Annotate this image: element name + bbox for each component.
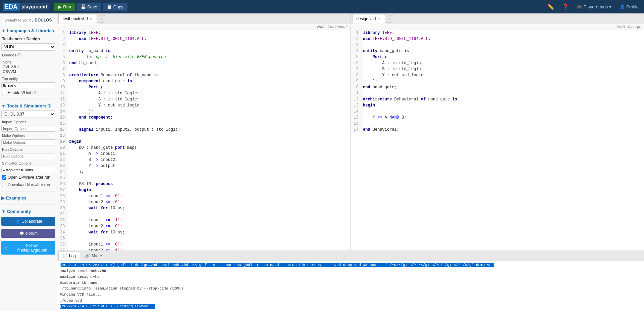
table-row: 2 use IEEE.STD_LOGIC_1164.ALL; [57,36,351,42]
examples-section-header[interactable]: ▶ Examples [1,195,55,201]
line-code [68,121,351,127]
arrow-down-icon-3: ▼ [1,209,6,214]
edit-icon-button[interactable]: ✏️ [545,2,557,11]
line-number: 17 [57,127,68,133]
line-number: 15 [351,115,362,121]
enable-vunit-checkbox[interactable] [2,91,6,95]
run-label: Run [63,4,71,9]
log-area: 📄 Log 🔗 Share [2022-10-14 05:25:37 EDT] … [57,251,644,311]
top-entity-input[interactable] [1,82,55,88]
table-row: 7 [57,66,351,72]
testbench-code-editor[interactable]: VHDL Testbench 1 library IEEE;2 use IEEE… [57,24,351,251]
tools-section-header[interactable]: ▼ Tools & Simulators ⓘ [1,103,55,109]
vunit-info-icon[interactable]: ⓘ [33,90,36,95]
line-code [68,235,351,241]
line-number: 17 [351,127,362,133]
playgrounds-link[interactable]: 🎮 Playgrounds ▾ [574,3,614,11]
line-number: 12 [351,96,362,102]
table-row: 3 [351,42,644,48]
help-icon-button[interactable]: ❓ [559,2,572,11]
testbench-tab-close[interactable]: ✕ [90,17,93,21]
line-number: 15 [57,115,68,121]
line-code: Y : out std_logic [362,72,644,78]
download-files-label: Download files after run [8,182,50,187]
design-code-editor[interactable]: VHDL Design 1 library IEEE;2 use IEEE.ST… [351,24,644,251]
tool-select[interactable]: GHDL 0.37 GHDL 3.0 ModelSim [1,110,55,118]
logo: EDA playground [3,3,49,11]
save-button[interactable]: 💾 Save [76,3,101,11]
table-row: 21 A => input1, [57,151,351,157]
line-number: 34 [57,229,68,235]
line-number: 3 [57,42,68,48]
line-number: 20 [57,145,68,151]
lib-osvvm: OSVVM [3,69,54,74]
testbench-tab-label: testbench.vhd [63,16,88,21]
line-number: 4 [351,48,362,54]
collaborate-button[interactable]: 👥 Collaborate [1,217,55,226]
table-row: 8 Y : out std_logic [351,72,644,78]
top-entity-label: Top entity [1,77,55,81]
testbench-tab[interactable]: testbench.vhd ✕ [58,14,97,24]
line-code [68,66,351,72]
line-code [68,175,351,181]
doulos-banner-text: Brought to you by [4,18,33,22]
table-row: 14 [351,108,644,115]
line-code: wait for 10 ns; [68,205,351,211]
line-code [362,121,644,127]
profile-link[interactable]: 👤 Profile [617,3,641,11]
line-number: 6 [351,60,362,66]
download-files-checkbox[interactable] [2,183,6,187]
table-row: 1 library IEEE; [351,30,644,36]
libraries-label: Libraries ⓘ [1,53,55,57]
lib-none: None [3,60,54,64]
table-row: 10 end nand_gate; [351,84,644,90]
design-add-tab[interactable]: + [386,15,393,23]
playgrounds-icon: 🎮 [577,4,582,9]
import-options-input[interactable] [1,126,55,132]
community-section-header[interactable]: ▼ Community [1,208,55,215]
forum-button[interactable]: 💬 Forum [1,229,55,238]
simulator-options-input[interactable] [1,167,55,173]
line-code: input1 <= '0'; [68,193,351,199]
line-number: 8 [57,72,68,78]
table-row: 1 library IEEE; [57,30,351,36]
log-line: elaborate tb_nand [60,280,641,286]
make-options-input[interactable] [1,139,55,145]
line-number: 23 [57,163,68,169]
line-code: wait for 10 ns; [68,229,351,235]
languages-section-header[interactable]: ▼ Languages & Libraries [1,28,55,34]
design-tab[interactable]: design.vhd ✕ [352,14,385,24]
testbench-add-tab[interactable]: + [98,15,105,23]
line-code: B : in std_logic; [362,66,644,72]
line-number: 5 [351,54,362,60]
line-code [362,90,644,96]
open-epwave-checkbox[interactable] [2,175,6,180]
libraries-info-icon[interactable]: ⓘ [17,53,20,57]
line-code [362,42,644,48]
line-code: input2 <= '0'; [68,199,351,205]
design-tab-close[interactable]: ✕ [378,17,381,21]
copy-button[interactable]: 📋 Copy [103,3,127,11]
language-select[interactable]: VHDL Verilog SystemVerilog [1,43,55,51]
log-icon: 📄 [63,254,68,258]
run-options-input[interactable] [1,153,55,159]
table-row: 4 entity tb_nand is [57,48,351,54]
testbench-tab-bar: testbench.vhd ✕ + [57,13,351,24]
line-number: 28 [57,193,68,199]
table-row: 36 input1 <= '0'; [57,241,351,248]
line-code: PSTIM: process [68,181,351,187]
line-code: DUT: nand_gate port map( [68,145,351,151]
twitter-button[interactable]: 🐦 Follow @edaplayground [1,241,55,255]
line-code: library IEEE; [362,30,644,36]
table-row: 5 Port ( [351,54,644,60]
line-code: begin [362,102,644,108]
download-files-row: Download files after run [1,182,55,188]
tools-info-icon[interactable]: ⓘ [48,104,51,108]
log-tab[interactable]: 📄 Log [58,252,80,260]
run-button[interactable]: ▶ Run [54,3,75,11]
table-row: 27 begin [57,187,351,193]
share-tab[interactable]: 🔗 Share [81,252,106,260]
table-row: 31 [57,211,351,217]
design-tab-bar: design.vhd ✕ + [351,13,644,24]
line-number: 25 [57,175,68,181]
